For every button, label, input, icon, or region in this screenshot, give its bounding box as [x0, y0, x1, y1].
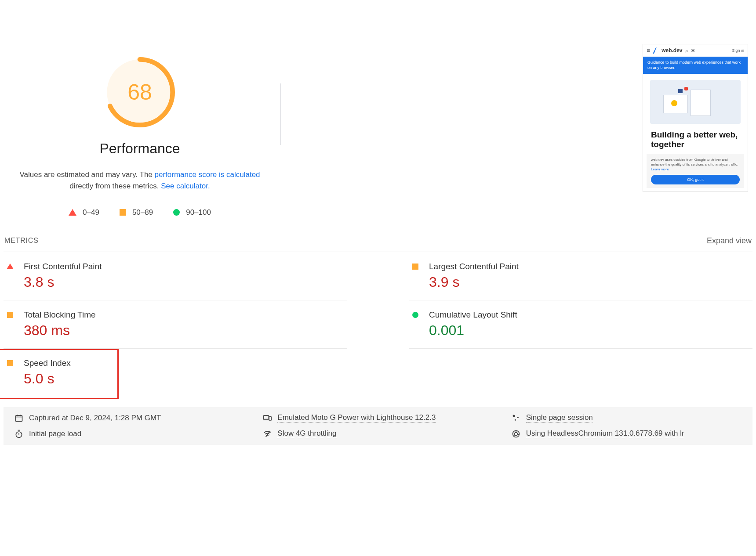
square-orange-icon	[120, 209, 126, 216]
thumb-headline: Building a better web, together	[643, 127, 748, 154]
performance-title: Performance	[99, 141, 180, 157]
thumb-cookie-notice: web.dev uses cookies from Google to deli…	[647, 154, 744, 188]
svg-point-6	[517, 416, 518, 418]
metric-si-value: 5.0 s	[24, 371, 71, 387]
metric-tbt[interactable]: Total Blocking Time 380 ms	[4, 300, 347, 349]
run-details-footer: Captured at Dec 9, 2024, 1:28 PM GMT Emu…	[4, 407, 752, 445]
metric-fcp-name: First Contentful Paint	[24, 262, 102, 271]
metric-tbt-value: 380 ms	[24, 322, 96, 339]
theme-icon: ✱	[691, 48, 695, 54]
chrome-version-text: Using HeadlessChromium 131.0.6778.69 wit…	[526, 429, 684, 438]
calendar-icon	[14, 413, 24, 423]
see-calculator-link[interactable]: See calculator.	[161, 182, 210, 190]
initial-load-text: Initial page load	[29, 430, 81, 438]
metric-lcp-name: Largest Contentful Paint	[429, 262, 519, 271]
devices-icon	[262, 413, 272, 423]
legend-mid-label: 50–89	[132, 208, 153, 217]
network-icon	[262, 429, 272, 439]
thumb-signin: Sign in	[732, 48, 744, 53]
metric-tbt-name: Total Blocking Time	[24, 310, 96, 320]
performance-description: Values are estimated and may vary. The p…	[17, 169, 263, 192]
metric-lcp[interactable]: Largest Contentful Paint 3.9 s	[409, 252, 752, 300]
thumb-banner: Guidance to build modern web experiences…	[643, 57, 748, 74]
thumb-learn-more-link: Learn more	[651, 167, 669, 171]
vertical-divider	[280, 83, 281, 145]
svg-point-7	[514, 419, 516, 420]
scatter-icon	[511, 413, 521, 423]
legend-poor: 0–49	[69, 208, 99, 217]
legend-poor-label: 0–49	[83, 208, 99, 217]
session-type-text: Single page session	[526, 413, 593, 422]
page-screenshot-thumbnail[interactable]: ≡ web.dev ⌕ ✱ Sign in Guidance to build …	[643, 44, 748, 192]
square-orange-icon	[7, 312, 13, 318]
svg-rect-2	[16, 415, 22, 421]
captured-at-text: Captured at Dec 9, 2024, 1:28 PM GMT	[29, 414, 161, 422]
legend-good: 90–100	[173, 208, 211, 217]
thumb-cookie-text: web.dev uses cookies from Google to deli…	[651, 158, 738, 166]
triangle-red-icon	[69, 209, 76, 216]
circle-green-icon	[173, 209, 180, 216]
svg-point-5	[512, 415, 515, 417]
expand-view-toggle[interactable]: Expand view	[707, 236, 752, 246]
emulated-device[interactable]: Emulated Moto G Power with Lighthouse 12…	[262, 413, 493, 423]
initial-load: Initial page load	[14, 429, 245, 439]
captured-at: Captured at Dec 9, 2024, 1:28 PM GMT	[14, 413, 245, 423]
score-legend: 0–49 50–89 90–100	[69, 208, 211, 217]
square-orange-icon	[7, 360, 13, 366]
stopwatch-icon	[14, 429, 24, 439]
triangle-red-icon	[7, 264, 14, 269]
legend-good-label: 90–100	[186, 208, 211, 217]
performance-gauge: 68	[105, 57, 175, 127]
chrome-icon	[511, 429, 521, 439]
metric-lcp-value: 3.9 s	[429, 274, 519, 290]
metric-cls-name: Cumulative Layout Shift	[429, 310, 517, 320]
thumb-ok-button: OK, got it	[651, 175, 740, 185]
metric-si[interactable]: Speed Index 5.0 s	[4, 349, 347, 397]
metric-empty	[409, 349, 752, 397]
svg-rect-4	[269, 416, 271, 420]
score-calc-link[interactable]: performance score is calculated	[155, 170, 260, 179]
metric-si-name: Speed Index	[24, 358, 71, 368]
session-type[interactable]: Single page session	[511, 413, 742, 423]
metric-fcp[interactable]: First Contentful Paint 3.8 s	[4, 252, 347, 300]
search-icon: ⌕	[685, 48, 688, 53]
metric-cls-value: 0.001	[429, 322, 517, 339]
throttling-text: Slow 4G throttling	[277, 429, 336, 438]
chrome-version[interactable]: Using HeadlessChromium 131.0.6778.69 wit…	[511, 429, 742, 439]
throttling[interactable]: Slow 4G throttling	[262, 429, 493, 439]
metric-fcp-value: 3.8 s	[24, 274, 102, 290]
desc-prefix: Values are estimated and may vary. The	[19, 170, 154, 179]
hamburger-icon: ≡	[647, 47, 650, 54]
circle-green-icon	[412, 312, 418, 318]
thumb-hero-image	[650, 80, 741, 124]
site-logo-icon	[653, 47, 659, 54]
square-orange-icon	[412, 264, 418, 270]
performance-score: 68	[105, 57, 175, 127]
metrics-heading: METRICS	[4, 237, 39, 245]
desc-mid: directly from these metrics.	[69, 182, 161, 190]
thumb-brand: web.dev	[662, 47, 682, 54]
emulated-device-text: Emulated Moto G Power with Lighthouse 12…	[277, 413, 436, 422]
svg-rect-3	[264, 415, 269, 419]
metric-cls[interactable]: Cumulative Layout Shift 0.001	[409, 300, 752, 349]
legend-mid: 50–89	[120, 208, 153, 217]
